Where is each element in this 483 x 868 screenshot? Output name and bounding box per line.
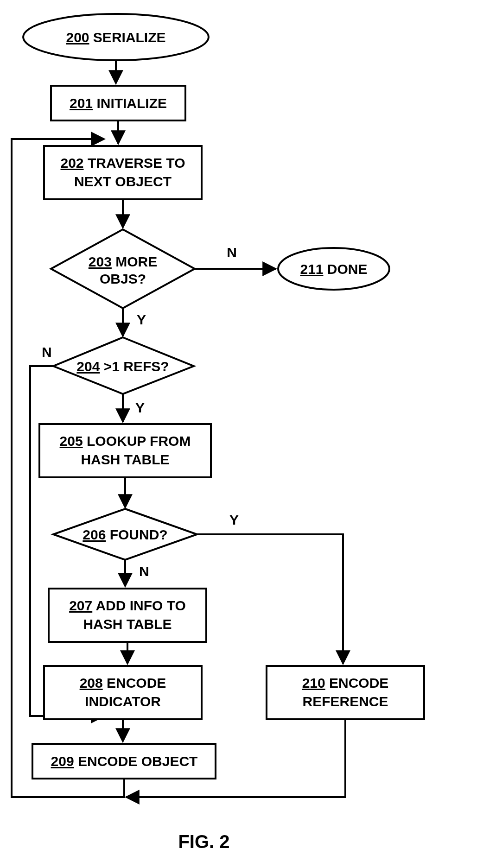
figure-caption: FIG. 2: [178, 831, 229, 852]
node-200-num: 200: [66, 30, 89, 45]
svg-text:INDICATOR: INDICATOR: [85, 694, 161, 709]
node-203-more-objs: 203 MORE OBJS?: [51, 229, 195, 308]
node-210-encode-reference: 210 ENCODE REFERENCE: [267, 666, 424, 719]
node-204-label: >1 REFS?: [104, 359, 169, 374]
node-207-add-info: 207 ADD INFO TO HASH TABLE: [49, 589, 206, 642]
node-205-lookup: 205 LOOKUP FROM HASH TABLE: [39, 424, 211, 477]
node-204-num: 204: [76, 359, 100, 374]
svg-text:209 ENCODE OBJECT: 209 ENCODE OBJECT: [51, 754, 198, 769]
node-200-label: SERIALIZE: [93, 30, 166, 45]
svg-text:HASH TABLE: HASH TABLE: [83, 616, 172, 632]
svg-text:203 MORE: 203 MORE: [89, 254, 157, 269]
node-202-num: 202: [61, 155, 84, 171]
svg-text:205 LOOKUP FROM: 205 LOOKUP FROM: [60, 433, 191, 449]
node-206-found: 206 FOUND?: [53, 509, 197, 560]
svg-text:REFERENCE: REFERENCE: [302, 694, 388, 709]
edge-203-211-label: N: [227, 245, 237, 260]
svg-text:204 >1 REFS?: 204 >1 REFS?: [76, 359, 169, 374]
node-209-label: ENCODE OBJECT: [78, 754, 197, 769]
node-204-refs: 204 >1 REFS?: [53, 337, 194, 394]
edge-203-204-label: Y: [137, 312, 146, 327]
node-205-num: 205: [60, 433, 83, 449]
node-211-done: 211 DONE: [278, 248, 389, 290]
node-211-num: 211: [300, 261, 323, 277]
node-208-num: 208: [80, 675, 103, 691]
edge-204-205-label: Y: [135, 400, 145, 415]
svg-text:211 DONE: 211 DONE: [300, 261, 367, 277]
node-211-label: DONE: [327, 261, 368, 277]
svg-text:NEXT OBJECT: NEXT OBJECT: [74, 174, 172, 189]
node-209-num: 209: [51, 754, 74, 769]
node-202-traverse: 202 TRAVERSE TO NEXT OBJECT: [44, 146, 202, 199]
svg-text:OBJS?: OBJS?: [100, 271, 146, 286]
svg-rect-22: [44, 666, 202, 719]
node-201-initialize: 201 INITIALIZE: [51, 86, 185, 120]
edge-206-207-label: N: [139, 564, 149, 579]
node-210-num: 210: [302, 675, 325, 691]
edge-206-210: [197, 534, 343, 664]
node-201-num: 201: [70, 95, 93, 111]
edge-206-210-label: Y: [229, 512, 239, 527]
edge-204-209-label: N: [42, 344, 52, 360]
node-203-num: 203: [89, 254, 112, 269]
node-206-num: 206: [83, 527, 106, 542]
node-206-label: FOUND?: [110, 527, 168, 542]
node-201-label: INITIALIZE: [96, 95, 167, 111]
svg-rect-4: [44, 146, 202, 199]
svg-text:200 SERIALIZE: 200 SERIALIZE: [66, 30, 165, 45]
svg-text:HASH TABLE: HASH TABLE: [81, 452, 169, 467]
svg-text:207 ADD INFO TO: 207 ADD INFO TO: [69, 598, 186, 613]
node-208-encode-indicator: 208 ENCODE INDICATOR: [44, 666, 202, 719]
svg-text:201 INITIALIZE: 201 INITIALIZE: [70, 95, 167, 111]
svg-text:206 FOUND?: 206 FOUND?: [83, 527, 167, 542]
svg-rect-19: [49, 589, 206, 642]
node-200-serialize: 200 SERIALIZE: [23, 14, 209, 60]
svg-rect-14: [39, 424, 211, 477]
svg-text:210 ENCODE: 210 ENCODE: [302, 675, 389, 691]
flowchart: 200 SERIALIZE 201 INITIALIZE 202 TRAVERS…: [0, 0, 483, 868]
svg-rect-25: [267, 666, 424, 719]
node-207-num: 207: [69, 598, 92, 613]
node-209-encode-object: 209 ENCODE OBJECT: [32, 744, 216, 779]
svg-text:202 TRAVERSE TO: 202 TRAVERSE TO: [61, 155, 185, 171]
svg-text:208 ENCODE: 208 ENCODE: [80, 675, 166, 691]
